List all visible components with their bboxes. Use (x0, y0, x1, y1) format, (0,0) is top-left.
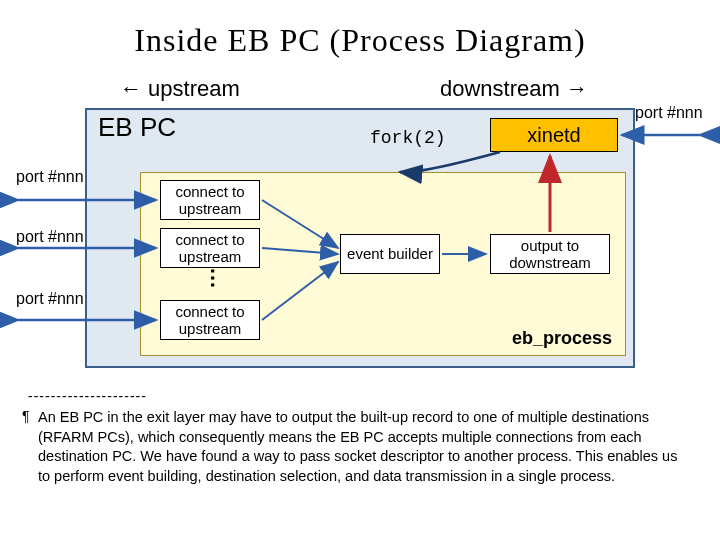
port-label-left-3: port #nnn (16, 290, 84, 308)
port-label-left-1: port #nnn (16, 168, 84, 186)
output-downstream-box: output to downstream (490, 234, 610, 274)
port-label-left-2: port #nnn (16, 228, 84, 246)
connect-upstream-2: connect to upstream (160, 228, 260, 268)
port-label-right: port #nnn (635, 104, 703, 122)
upstream-label: ← upstream (120, 76, 240, 102)
footnote-text: An EB PC in the exit layer may have to o… (38, 408, 678, 486)
footnote-bullet: ¶ (22, 408, 30, 424)
connect-upstream-3: connect to upstream (160, 300, 260, 340)
downstream-label: downstream → (440, 76, 588, 102)
footnote-sep: --------------------- (28, 388, 147, 404)
slide-title: Inside EB PC (Process Diagram) (0, 22, 720, 59)
ebpc-label: EB PC (98, 112, 176, 143)
xinetd-box: xinetd (490, 118, 618, 152)
fork-label: fork(2) (370, 128, 446, 148)
ellipsis: … (205, 267, 231, 283)
ebprocess-label: eb_process (512, 328, 612, 349)
connect-upstream-1: connect to upstream (160, 180, 260, 220)
event-builder-box: event builder (340, 234, 440, 274)
